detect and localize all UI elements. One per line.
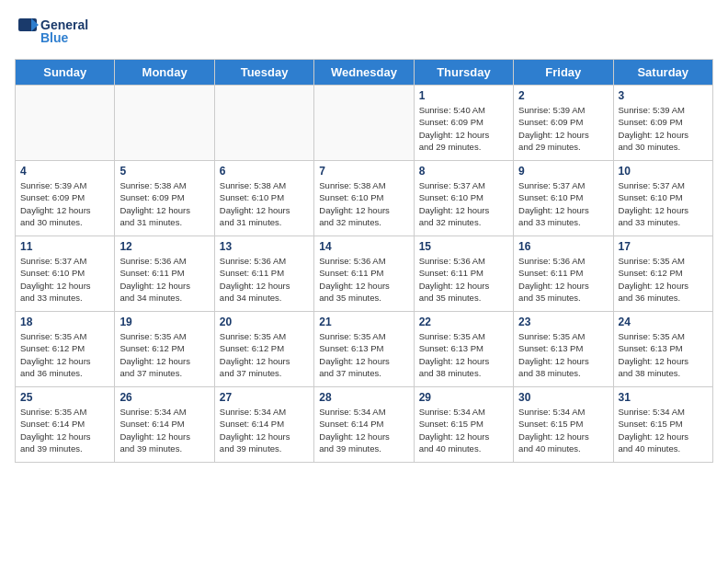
day-number: 3 bbox=[619, 89, 708, 102]
calendar-cell: 2Sunrise: 5:39 AM Sunset: 6:09 PM Daylig… bbox=[514, 86, 613, 161]
calendar-cell: 5Sunrise: 5:38 AM Sunset: 6:09 PM Daylig… bbox=[115, 161, 214, 236]
cell-info: Sunrise: 5:34 AM Sunset: 6:14 PM Dayligh… bbox=[319, 406, 408, 454]
day-header-monday: Monday bbox=[115, 60, 214, 86]
week-row-4: 18Sunrise: 5:35 AM Sunset: 6:12 PM Dayli… bbox=[16, 312, 713, 387]
calendar-cell bbox=[314, 86, 414, 161]
calendar-cell: 23Sunrise: 5:35 AM Sunset: 6:13 PM Dayli… bbox=[514, 312, 613, 387]
logo-svg: General Blue bbox=[15, 15, 102, 52]
day-number: 24 bbox=[619, 316, 708, 328]
cell-info: Sunrise: 5:36 AM Sunset: 6:11 PM Dayligh… bbox=[518, 255, 608, 304]
page-header: General Blue bbox=[15, 15, 713, 52]
cell-info: Sunrise: 5:36 AM Sunset: 6:11 PM Dayligh… bbox=[119, 255, 209, 304]
cell-info: Sunrise: 5:35 AM Sunset: 6:12 PM Dayligh… bbox=[619, 255, 708, 304]
day-number: 4 bbox=[20, 165, 109, 178]
calendar-cell: 3Sunrise: 5:39 AM Sunset: 6:09 PM Daylig… bbox=[613, 86, 712, 161]
cell-info: Sunrise: 5:37 AM Sunset: 6:10 PM Dayligh… bbox=[419, 179, 508, 228]
calendar-cell: 29Sunrise: 5:34 AM Sunset: 6:15 PM Dayli… bbox=[414, 387, 513, 463]
logo: General Blue bbox=[15, 15, 102, 52]
calendar-cell: 18Sunrise: 5:35 AM Sunset: 6:12 PM Dayli… bbox=[16, 312, 115, 387]
day-number: 2 bbox=[518, 89, 608, 102]
day-number: 27 bbox=[220, 391, 309, 404]
cell-info: Sunrise: 5:36 AM Sunset: 6:11 PM Dayligh… bbox=[220, 255, 309, 304]
cell-info: Sunrise: 5:35 AM Sunset: 6:12 PM Dayligh… bbox=[119, 330, 209, 379]
day-number: 11 bbox=[20, 240, 109, 253]
calendar-cell: 11Sunrise: 5:37 AM Sunset: 6:10 PM Dayli… bbox=[16, 236, 115, 312]
calendar-cell bbox=[115, 86, 214, 161]
cell-info: Sunrise: 5:37 AM Sunset: 6:10 PM Dayligh… bbox=[20, 255, 109, 304]
calendar-cell: 9Sunrise: 5:37 AM Sunset: 6:10 PM Daylig… bbox=[514, 161, 613, 236]
day-number: 8 bbox=[419, 165, 508, 178]
day-number: 29 bbox=[419, 391, 508, 404]
day-header-tuesday: Tuesday bbox=[214, 60, 313, 86]
cell-info: Sunrise: 5:40 AM Sunset: 6:09 PM Dayligh… bbox=[419, 104, 508, 153]
calendar-cell: 19Sunrise: 5:35 AM Sunset: 6:12 PM Dayli… bbox=[115, 312, 214, 387]
cell-info: Sunrise: 5:37 AM Sunset: 6:10 PM Dayligh… bbox=[619, 179, 708, 228]
calendar-cell: 22Sunrise: 5:35 AM Sunset: 6:13 PM Dayli… bbox=[414, 312, 513, 387]
calendar-cell: 17Sunrise: 5:35 AM Sunset: 6:12 PM Dayli… bbox=[613, 236, 712, 312]
day-number: 18 bbox=[20, 316, 109, 328]
day-header-wednesday: Wednesday bbox=[314, 60, 414, 86]
cell-info: Sunrise: 5:39 AM Sunset: 6:09 PM Dayligh… bbox=[619, 104, 708, 153]
cell-info: Sunrise: 5:36 AM Sunset: 6:11 PM Dayligh… bbox=[319, 255, 408, 304]
cell-info: Sunrise: 5:35 AM Sunset: 6:12 PM Dayligh… bbox=[220, 330, 309, 379]
cell-info: Sunrise: 5:35 AM Sunset: 6:14 PM Dayligh… bbox=[20, 406, 109, 454]
day-number: 7 bbox=[319, 165, 408, 178]
svg-text:Blue: Blue bbox=[40, 30, 69, 45]
cell-info: Sunrise: 5:34 AM Sunset: 6:15 PM Dayligh… bbox=[419, 406, 508, 454]
cell-info: Sunrise: 5:36 AM Sunset: 6:11 PM Dayligh… bbox=[419, 255, 508, 304]
cell-info: Sunrise: 5:38 AM Sunset: 6:10 PM Dayligh… bbox=[319, 179, 408, 228]
day-number: 15 bbox=[419, 240, 508, 253]
day-number: 5 bbox=[119, 165, 209, 178]
day-number: 21 bbox=[319, 316, 408, 328]
calendar-cell: 30Sunrise: 5:34 AM Sunset: 6:15 PM Dayli… bbox=[514, 387, 613, 463]
day-header-thursday: Thursday bbox=[414, 60, 513, 86]
day-header-saturday: Saturday bbox=[613, 60, 712, 86]
calendar-cell: 12Sunrise: 5:36 AM Sunset: 6:11 PM Dayli… bbox=[115, 236, 214, 312]
cell-info: Sunrise: 5:35 AM Sunset: 6:13 PM Dayligh… bbox=[619, 330, 708, 379]
calendar-cell: 14Sunrise: 5:36 AM Sunset: 6:11 PM Dayli… bbox=[314, 236, 414, 312]
day-number: 23 bbox=[518, 316, 608, 328]
calendar-cell: 27Sunrise: 5:34 AM Sunset: 6:14 PM Dayli… bbox=[214, 387, 313, 463]
day-number: 14 bbox=[319, 240, 408, 253]
calendar-cell: 25Sunrise: 5:35 AM Sunset: 6:14 PM Dayli… bbox=[16, 387, 115, 463]
cell-info: Sunrise: 5:34 AM Sunset: 6:15 PM Dayligh… bbox=[619, 406, 708, 454]
day-number: 13 bbox=[220, 240, 309, 253]
day-number: 19 bbox=[119, 316, 209, 328]
day-header-friday: Friday bbox=[514, 60, 613, 86]
calendar-cell: 10Sunrise: 5:37 AM Sunset: 6:10 PM Dayli… bbox=[613, 161, 712, 236]
day-number: 25 bbox=[20, 391, 109, 404]
calendar-cell: 7Sunrise: 5:38 AM Sunset: 6:10 PM Daylig… bbox=[314, 161, 414, 236]
day-number: 16 bbox=[518, 240, 608, 253]
day-number: 22 bbox=[419, 316, 508, 328]
calendar-cell: 28Sunrise: 5:34 AM Sunset: 6:14 PM Dayli… bbox=[314, 387, 414, 463]
cell-info: Sunrise: 5:38 AM Sunset: 6:10 PM Dayligh… bbox=[220, 179, 309, 228]
calendar-cell: 15Sunrise: 5:36 AM Sunset: 6:11 PM Dayli… bbox=[414, 236, 513, 312]
cell-info: Sunrise: 5:39 AM Sunset: 6:09 PM Dayligh… bbox=[518, 104, 608, 153]
day-number: 1 bbox=[419, 89, 508, 102]
day-header-sunday: Sunday bbox=[16, 60, 115, 86]
calendar-cell: 4Sunrise: 5:39 AM Sunset: 6:09 PM Daylig… bbox=[16, 161, 115, 236]
cell-info: Sunrise: 5:38 AM Sunset: 6:09 PM Dayligh… bbox=[119, 179, 209, 228]
calendar-cell: 21Sunrise: 5:35 AM Sunset: 6:13 PM Dayli… bbox=[314, 312, 414, 387]
day-number: 12 bbox=[119, 240, 209, 253]
day-number: 28 bbox=[319, 391, 408, 404]
week-row-3: 11Sunrise: 5:37 AM Sunset: 6:10 PM Dayli… bbox=[16, 236, 713, 312]
week-row-1: 1Sunrise: 5:40 AM Sunset: 6:09 PM Daylig… bbox=[16, 86, 713, 161]
day-number: 9 bbox=[518, 165, 608, 178]
calendar-cell bbox=[16, 86, 115, 161]
day-number: 30 bbox=[518, 391, 608, 404]
day-number: 17 bbox=[619, 240, 708, 253]
calendar-cell: 16Sunrise: 5:36 AM Sunset: 6:11 PM Dayli… bbox=[514, 236, 613, 312]
cell-info: Sunrise: 5:35 AM Sunset: 6:12 PM Dayligh… bbox=[20, 330, 109, 379]
day-number: 6 bbox=[220, 165, 309, 178]
day-number: 20 bbox=[220, 316, 309, 328]
cell-info: Sunrise: 5:39 AM Sunset: 6:09 PM Dayligh… bbox=[20, 179, 109, 228]
cell-info: Sunrise: 5:37 AM Sunset: 6:10 PM Dayligh… bbox=[518, 179, 608, 228]
day-number: 10 bbox=[619, 165, 708, 178]
week-row-5: 25Sunrise: 5:35 AM Sunset: 6:14 PM Dayli… bbox=[16, 387, 713, 463]
calendar-table: SundayMondayTuesdayWednesdayThursdayFrid… bbox=[15, 59, 713, 463]
week-row-2: 4Sunrise: 5:39 AM Sunset: 6:09 PM Daylig… bbox=[16, 161, 713, 236]
day-number: 31 bbox=[619, 391, 708, 404]
calendar-cell: 8Sunrise: 5:37 AM Sunset: 6:10 PM Daylig… bbox=[414, 161, 513, 236]
calendar-cell: 13Sunrise: 5:36 AM Sunset: 6:11 PM Dayli… bbox=[214, 236, 313, 312]
